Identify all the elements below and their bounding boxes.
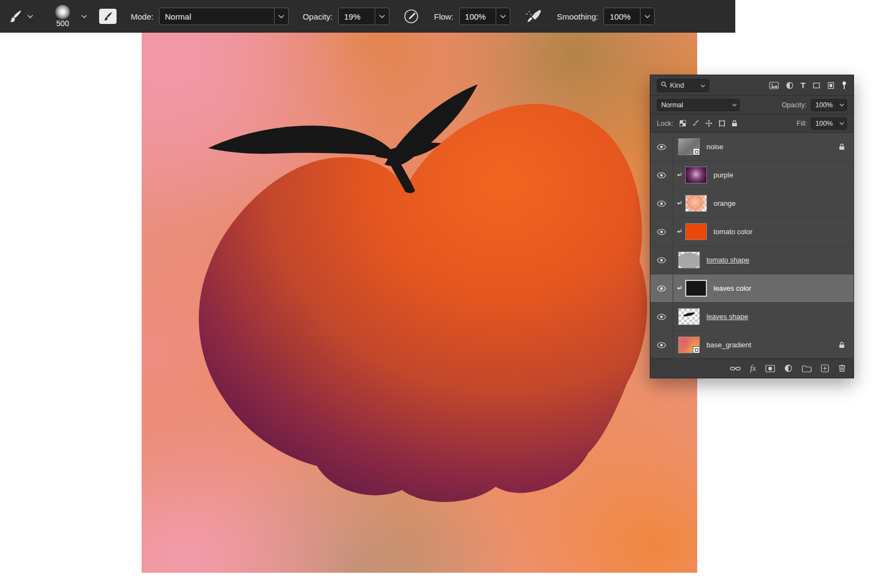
opacity-select[interactable]: 19%: [338, 8, 389, 25]
layers-panel-bottom-bar: fx: [650, 358, 853, 378]
layer-row-orange[interactable]: orange: [650, 189, 853, 218]
layers-panel: Kind T Normal Opacity:: [650, 75, 854, 378]
visibility-toggle[interactable]: [650, 331, 673, 358]
new-adjustment-layer-icon[interactable]: [784, 364, 792, 372]
layer-row-purple[interactable]: purple: [650, 161, 853, 189]
grain-overlay: [142, 33, 697, 573]
layer-name[interactable]: base_gradient: [706, 341, 751, 349]
visibility-toggle[interactable]: [650, 303, 673, 330]
layer-row-tomato-color[interactable]: tomato color: [650, 218, 853, 246]
filter-type-layers-icon[interactable]: T: [801, 81, 806, 90]
layer-thumbnail[interactable]: [685, 195, 707, 212]
layer-row-leaves-color[interactable]: leaves color: [650, 274, 853, 303]
lock-transparent-pixels-icon[interactable]: [679, 120, 686, 127]
fill-label: Fill:: [797, 120, 807, 127]
lock-label: Lock:: [657, 120, 673, 127]
layer-opacity-select[interactable]: 100%: [811, 99, 847, 111]
visibility-toggle[interactable]: [650, 218, 673, 246]
clipping-mask-arrow-icon: [673, 200, 685, 207]
visibility-toggle[interactable]: [650, 133, 673, 161]
link-layers-icon[interactable]: [730, 365, 741, 372]
layer-name[interactable]: noise: [706, 143, 723, 151]
airbrush-icon[interactable]: [523, 9, 543, 24]
new-group-folder-icon[interactable]: [802, 365, 812, 372]
document-canvas[interactable]: [142, 33, 697, 573]
flow-select[interactable]: 100%: [459, 8, 510, 25]
lock-fill-row: Lock: Fill: 100%: [650, 114, 853, 133]
layer-name[interactable]: leaves shape: [706, 313, 748, 321]
clipping-mask-arrow-icon: [673, 285, 685, 292]
filter-switch-icon[interactable]: [842, 81, 847, 90]
visibility-toggle[interactable]: [650, 274, 673, 302]
delete-layer-trash-icon[interactable]: [838, 364, 846, 372]
lock-image-pixels-icon[interactable]: [692, 120, 699, 127]
brush-tool-icon[interactable]: [8, 9, 23, 24]
search-icon: [661, 81, 667, 89]
filter-shape-layers-icon[interactable]: [813, 82, 820, 89]
lock-position-icon[interactable]: [705, 120, 712, 127]
layer-name[interactable]: purple: [714, 171, 733, 179]
flow-label: Flow:: [434, 12, 454, 21]
brush-tip-preview: [55, 5, 70, 20]
visibility-toggle[interactable]: [650, 161, 673, 189]
lock-icon: [839, 143, 845, 150]
tomato-artwork: [142, 33, 697, 573]
new-layer-icon[interactable]: [821, 364, 829, 372]
brush-picker-chevron-icon[interactable]: [81, 15, 87, 19]
layer-name[interactable]: tomato color: [714, 228, 753, 236]
layer-thumbnail[interactable]: [685, 223, 707, 240]
smoothing-value: 100%: [604, 12, 640, 21]
chevron-down-icon: [837, 100, 846, 111]
clipping-mask-arrow-icon: [673, 172, 685, 179]
smoothing-select[interactable]: 100%: [603, 8, 655, 25]
lock-all-icon[interactable]: [731, 120, 737, 127]
layer-filter-kind-select[interactable]: Kind: [657, 79, 709, 92]
smoothing-label: Smoothing:: [557, 12, 599, 21]
filter-smart-object-layers-icon[interactable]: [827, 82, 834, 89]
layer-row-noise[interactable]: noise: [650, 133, 853, 161]
layer-name[interactable]: orange: [714, 199, 735, 207]
blend-mode-select[interactable]: Normal: [159, 8, 289, 25]
blend-mode-value: Normal: [160, 12, 274, 21]
layer-name[interactable]: leaves color: [714, 284, 751, 292]
leaf-mark: [683, 311, 696, 317]
layer-blend-mode-select[interactable]: Normal: [657, 99, 740, 111]
layer-thumbnail[interactable]: [678, 308, 700, 325]
layer-name[interactable]: tomato shape: [706, 256, 749, 264]
visibility-toggle[interactable]: [650, 189, 673, 217]
layers-filter-row: Kind T: [650, 75, 853, 96]
chevron-down-icon: [375, 8, 389, 24]
lock-artboard-icon[interactable]: [718, 120, 725, 127]
layer-opacity-value: 100%: [812, 101, 837, 109]
brush-settings-panel-toggle[interactable]: [99, 9, 117, 24]
smart-object-badge-icon: [693, 346, 700, 353]
brush-preset-picker[interactable]: 500: [48, 5, 77, 28]
chevron-down-icon: [496, 8, 510, 24]
lock-icon: [839, 341, 845, 348]
add-layer-mask-icon[interactable]: [765, 365, 775, 372]
layer-row-leaves-shape[interactable]: leaves shape: [650, 303, 853, 331]
layer-opacity-label: Opacity:: [782, 101, 807, 109]
mode-label: Mode:: [131, 12, 154, 21]
kind-filter-label: Kind: [670, 81, 684, 89]
layer-thumbnail[interactable]: [685, 167, 707, 183]
pressure-opacity-icon[interactable]: [403, 8, 420, 25]
filter-pixel-layers-icon[interactable]: [769, 82, 779, 89]
tool-options-bar: 500 Mode: Normal Opacity: 19% Flow: 100%…: [0, 0, 735, 33]
layer-style-fx-button[interactable]: fx: [750, 364, 756, 373]
opacity-value: 19%: [339, 12, 375, 21]
layer-thumbnail[interactable]: [678, 252, 700, 268]
layer-thumbnail[interactable]: [685, 280, 707, 297]
flow-value: 100%: [460, 12, 496, 21]
layer-row-tomato-shape[interactable]: tomato shape: [650, 246, 853, 274]
filter-adjustment-layers-icon[interactable]: [786, 82, 794, 89]
layer-row-base-gradient[interactable]: base_gradient: [650, 331, 853, 358]
chevron-down-icon: [729, 100, 739, 111]
blend-opacity-row: Normal Opacity: 100%: [650, 96, 853, 114]
layer-thumbnail[interactable]: [678, 138, 700, 155]
brush-size-value: 500: [56, 19, 69, 28]
tool-preset-chevron-icon[interactable]: [27, 15, 33, 19]
layer-thumbnail[interactable]: [678, 336, 700, 353]
visibility-toggle[interactable]: [650, 246, 673, 274]
layer-fill-select[interactable]: 100%: [811, 118, 847, 130]
